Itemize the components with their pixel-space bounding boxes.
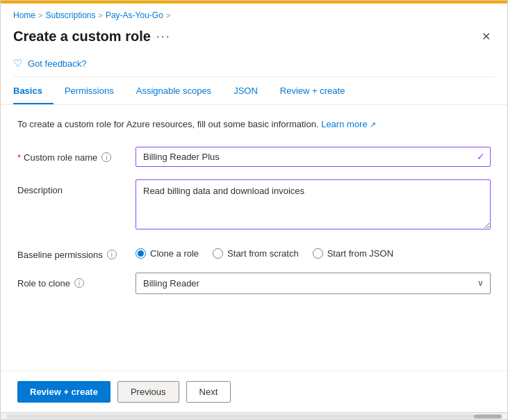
more-options-icon[interactable]: ··· (156, 29, 171, 44)
review-create-button[interactable]: Review + create (17, 381, 110, 403)
breadcrumb: Home > Subscriptions > Pay-As-You-Go > (1, 3, 507, 24)
tab-assignable-scopes[interactable]: Assignable scopes (125, 77, 222, 104)
breadcrumb-subscriptions[interactable]: Subscriptions (45, 10, 95, 20)
tabs-nav: Basics Permissions Assignable scopes JSO… (1, 77, 507, 105)
required-indicator: * (17, 152, 21, 163)
baseline-permissions-label: Baseline permissions i (17, 244, 136, 260)
breadcrumb-payg[interactable]: Pay-As-You-Go (106, 10, 163, 20)
next-button[interactable]: Next (186, 381, 231, 403)
custom-role-name-label: * Custom role name i (17, 147, 136, 163)
radio-scratch-input[interactable] (213, 248, 223, 259)
tab-review-create[interactable]: Review + create (269, 77, 357, 104)
feedback-label[interactable]: Got feedback? (28, 58, 87, 69)
close-button[interactable]: ✕ (477, 27, 495, 46)
role-to-clone-info-icon[interactable]: i (74, 278, 84, 288)
learn-more-link[interactable]: Learn more (321, 119, 376, 129)
breadcrumb-home[interactable]: Home (13, 10, 35, 20)
custom-role-name-info-icon[interactable]: i (101, 152, 111, 162)
heart-icon: ♡ (13, 57, 22, 70)
role-to-clone-select-wrapper: Billing Reader Contributor Owner Reader … (136, 273, 491, 294)
description-control: Read billing data and download invoices (136, 179, 491, 232)
description-label: Description (17, 179, 136, 195)
radio-clone-label: Clone a role (150, 248, 199, 259)
role-to-clone-row: Role to clone i Billing Reader Contribut… (17, 273, 491, 294)
radio-json-input[interactable] (313, 248, 323, 259)
role-to-clone-select[interactable]: Billing Reader Contributor Owner Reader (136, 273, 491, 294)
tab-basics[interactable]: Basics (13, 77, 54, 104)
radio-group: Clone a role Start from scratch Start fr… (136, 244, 491, 259)
scrollbar-track (6, 414, 502, 419)
radio-scratch[interactable]: Start from scratch (213, 248, 299, 259)
baseline-permissions-info-icon[interactable]: i (107, 250, 117, 259)
role-to-clone-label: Role to clone i (17, 273, 136, 289)
scrollbar-bottom (1, 412, 507, 419)
radio-json-label: Start from JSON (327, 248, 393, 259)
previous-button[interactable]: Previous (117, 381, 179, 403)
baseline-permissions-control: Clone a role Start from scratch Start fr… (136, 244, 491, 259)
footer: Review + create Previous Next (1, 371, 507, 412)
radio-json[interactable]: Start from JSON (313, 248, 393, 259)
description-textarea[interactable]: Read billing data and download invoices (136, 179, 491, 229)
tab-permissions[interactable]: Permissions (54, 77, 125, 104)
scrollbar-thumb[interactable] (474, 414, 502, 419)
custom-role-name-row: * Custom role name i ✓ (17, 147, 491, 167)
baseline-permissions-row: Baseline permissions i Clone a role Star… (17, 244, 491, 260)
page-title: Create a custom role (13, 29, 151, 45)
radio-scratch-label: Start from scratch (227, 248, 299, 259)
breadcrumb-sep-3: > (166, 11, 170, 19)
custom-role-name-input-wrapper: ✓ (136, 147, 491, 167)
role-to-clone-control: Billing Reader Contributor Owner Reader … (136, 273, 491, 294)
info-text: To create a custom role for Azure resour… (17, 118, 491, 131)
validation-check-icon: ✓ (477, 151, 485, 162)
radio-clone-input[interactable] (136, 248, 146, 259)
description-row: Description Read billing data and downlo… (17, 179, 491, 232)
custom-role-name-input[interactable] (136, 147, 491, 167)
feedback-bar: ♡ Got feedback? (1, 53, 507, 76)
breadcrumb-sep-2: > (99, 11, 103, 19)
page-header: Create a custom role ··· ✕ (1, 24, 507, 53)
custom-role-name-control: ✓ (136, 147, 491, 167)
header-left: Create a custom role ··· (13, 29, 171, 45)
radio-clone[interactable]: Clone a role (136, 248, 199, 259)
breadcrumb-sep-1: > (38, 11, 42, 19)
content-area: To create a custom role for Azure resour… (1, 105, 507, 371)
main-window: Home > Subscriptions > Pay-As-You-Go > C… (0, 0, 508, 420)
tab-json[interactable]: JSON (222, 77, 269, 104)
